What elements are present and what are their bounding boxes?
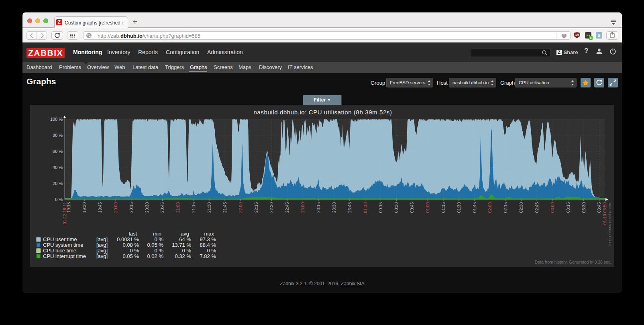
- svg-text:CPU interrupt time: CPU interrupt time: [43, 253, 86, 259]
- svg-text:21:00: 21:00: [175, 202, 180, 212]
- svg-text:03:30: 03:30: [581, 202, 586, 212]
- svg-text:0 %: 0 %: [155, 247, 164, 253]
- svg-text:20:30: 20:30: [145, 202, 149, 212]
- svg-text:0 %: 0 %: [130, 247, 139, 253]
- svg-text:03:00: 03:00: [550, 202, 555, 212]
- svg-text:CPU system time: CPU system time: [43, 242, 83, 248]
- svg-text:20:45: 20:45: [160, 202, 165, 212]
- svg-text:01:45: 01:45: [472, 202, 477, 212]
- svg-text:21:15: 21:15: [191, 202, 196, 212]
- svg-text:max: max: [204, 231, 214, 237]
- svg-text:64 %: 64 %: [179, 236, 191, 242]
- svg-text:[avg]: [avg]: [96, 236, 108, 242]
- svg-text:23:15: 23:15: [316, 202, 321, 212]
- svg-text:0 %: 0 %: [182, 247, 192, 253]
- svg-text:0.05 %: 0.05 %: [123, 253, 139, 259]
- svg-text:[avg]: [avg]: [96, 247, 108, 253]
- svg-text:01:00: 01:00: [425, 202, 430, 212]
- svg-text:20:15: 20:15: [129, 202, 134, 212]
- svg-text:21:30: 21:30: [207, 202, 212, 212]
- svg-text:88.4 %: 88.4 %: [200, 242, 216, 248]
- svg-text:http://www.zabbix.com: http://www.zabbix.com: [608, 203, 612, 246]
- svg-text:19:45: 19:45: [98, 202, 102, 212]
- svg-text:97.3 %: 97.3 %: [200, 236, 216, 242]
- svg-text:0.08 %: 0.08 %: [123, 242, 139, 248]
- svg-text:0 %: 0 %: [55, 197, 63, 201]
- svg-text:avg: avg: [181, 231, 189, 237]
- svg-text:60 %: 60 %: [53, 148, 63, 153]
- svg-text:min: min: [153, 231, 161, 237]
- svg-text:23:30: 23:30: [332, 202, 336, 212]
- svg-text:CPU nice time: CPU nice time: [43, 247, 76, 253]
- svg-text:01-12 19:11: 01-12 19:11: [62, 202, 67, 224]
- svg-text:23:00: 23:00: [300, 202, 305, 212]
- svg-text:03:45: 03:45: [597, 202, 601, 212]
- svg-text:0.32 %: 0.32 %: [175, 253, 192, 259]
- svg-text:02:00: 02:00: [487, 202, 492, 212]
- svg-text:02:30: 02:30: [519, 202, 524, 212]
- svg-text:02:15: 02:15: [503, 202, 508, 212]
- svg-text:80 %: 80 %: [53, 132, 63, 137]
- svg-text:00:30: 00:30: [394, 202, 399, 212]
- svg-text:00:15: 00:15: [378, 202, 383, 212]
- svg-text:02:45: 02:45: [534, 202, 539, 212]
- svg-text:40 %: 40 %: [53, 165, 63, 169]
- svg-text:01:15: 01:15: [441, 202, 446, 212]
- svg-text:22:00: 22:00: [238, 202, 243, 212]
- svg-text:01:30: 01:30: [457, 202, 461, 212]
- svg-text:7.82 %: 7.82 %: [200, 253, 216, 259]
- svg-text:03:15: 03:15: [566, 202, 571, 212]
- svg-text:01-13: 01-13: [363, 202, 368, 213]
- svg-text:23:45: 23:45: [347, 202, 352, 212]
- svg-text:0 %: 0 %: [207, 247, 216, 253]
- svg-text:13.71 %: 13.71 %: [172, 242, 191, 248]
- svg-text:00:45: 00:45: [410, 202, 414, 212]
- svg-text:[avg]: [avg]: [96, 253, 108, 259]
- svg-text:19:30: 19:30: [82, 202, 87, 212]
- svg-text:0.0031 %: 0.0031 %: [117, 236, 139, 242]
- svg-text:0 %: 0 %: [155, 236, 164, 242]
- svg-text:Data from history. Generated i: Data from history. Generated in 0.26 sec…: [535, 260, 611, 264]
- svg-text:22:30: 22:30: [269, 202, 274, 212]
- svg-text:100 %: 100 %: [50, 117, 63, 122]
- svg-text:20 %: 20 %: [53, 181, 63, 185]
- svg-text:[avg]: [avg]: [96, 242, 108, 248]
- svg-text:22:45: 22:45: [285, 202, 289, 212]
- svg-text:20:00: 20:00: [113, 202, 118, 212]
- svg-text:01-13 03:50: 01-13 03:50: [602, 202, 607, 224]
- svg-text:21:45: 21:45: [222, 202, 227, 212]
- svg-text:CPU user time: CPU user time: [43, 236, 77, 242]
- svg-text:last: last: [129, 231, 137, 237]
- svg-text:nasbuild.dbhub.io: CPU utilisa: nasbuild.dbhub.io: CPU utilisation (8h 3…: [253, 109, 392, 116]
- svg-text:0.02 %: 0.02 %: [147, 253, 164, 259]
- svg-text:19:15: 19:15: [66, 202, 71, 212]
- svg-text:22:15: 22:15: [254, 202, 259, 212]
- svg-text:0.05 %: 0.05 %: [147, 242, 164, 248]
